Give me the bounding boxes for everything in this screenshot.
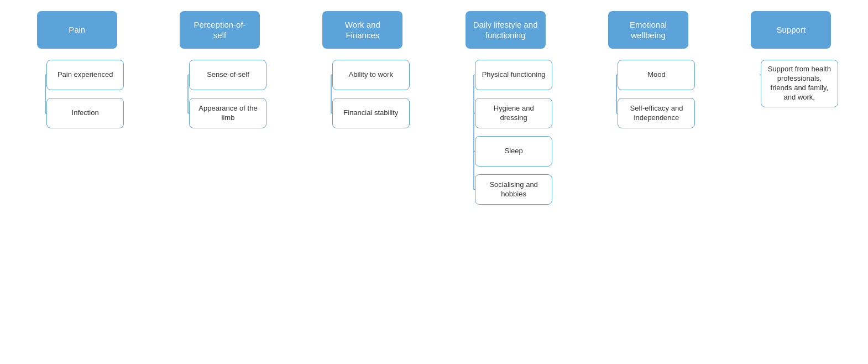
column-emotional: Emotional wellbeingMoodSelf-efficacy and…	[577, 11, 719, 134]
header-perception: Perception-of-self	[180, 11, 260, 49]
child-node-emotional-0: Mood	[618, 60, 695, 90]
child-node-pain-1: Infection	[46, 98, 124, 128]
connector-svg-perception	[172, 49, 189, 134]
child-node-support-0: Support from health professionals, frien…	[761, 60, 838, 107]
child-node-daily-0: Physical functioning	[475, 60, 552, 90]
child-node-daily-2: Sleep	[475, 136, 552, 167]
child-node-pain-0: Pain experienced	[46, 60, 124, 90]
header-support: Support	[751, 11, 831, 49]
column-work: Work and FinancesAbility to workFinancia…	[291, 11, 434, 134]
child-node-emotional-1: Self-efficacy and independence	[618, 98, 695, 128]
header-emotional: Emotional wellbeing	[608, 11, 688, 49]
diagram: PainPain experiencedInfectionPerception-…	[0, 0, 868, 221]
connector-svg-pain	[30, 49, 46, 134]
header-daily: Daily lifestyle and functioning	[466, 11, 546, 49]
child-node-perception-0: Sense-of-self	[189, 60, 266, 90]
connector-svg-daily	[458, 49, 475, 210]
child-node-daily-3: Socialising and hobbies	[475, 174, 552, 205]
child-node-work-0: Ability to work	[332, 60, 410, 90]
column-daily: Daily lifestyle and functioningPhysical …	[434, 11, 577, 210]
column-pain: PainPain experiencedInfection	[6, 11, 148, 134]
child-node-daily-1: Hygiene and dressing	[475, 98, 552, 128]
connector-svg-support	[744, 49, 761, 96]
child-node-perception-1: Appearance of the limb	[189, 98, 266, 128]
header-pain: Pain	[37, 11, 117, 49]
connector-svg-emotional	[601, 49, 618, 134]
child-node-work-1: Financial stability	[332, 98, 410, 128]
column-perception: Perception-of-selfSense-of-selfAppearanc…	[148, 11, 291, 134]
header-work: Work and Finances	[322, 11, 402, 49]
column-support: SupportSupport from health professionals…	[720, 11, 862, 113]
connector-svg-work	[316, 49, 332, 134]
